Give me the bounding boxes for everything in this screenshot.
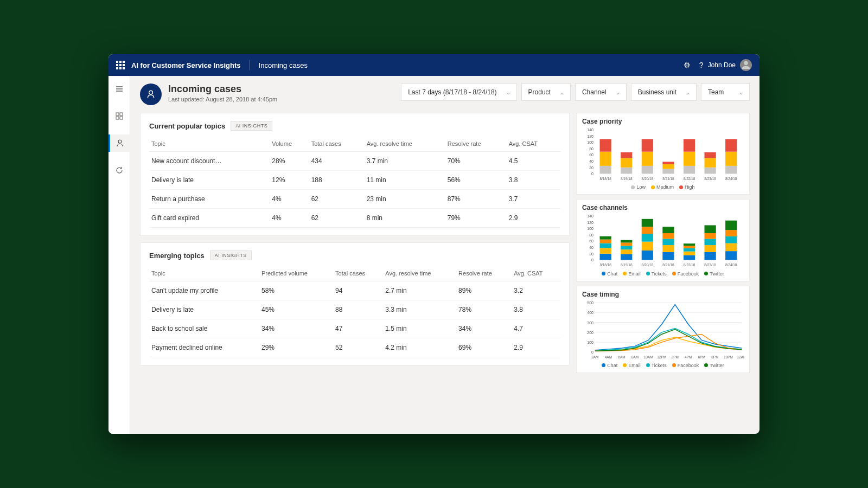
svg-rect-14: [600, 166, 611, 174]
avatar[interactable]: [740, 59, 752, 71]
table-cell: 94: [333, 281, 383, 300]
table-cell: Gift card expired: [149, 209, 270, 228]
table-cell: 188: [309, 171, 365, 190]
table-row[interactable]: Payment declined online29%524.2 min69%2.…: [149, 338, 560, 357]
svg-rect-0: [116, 113, 119, 115]
svg-rect-77: [684, 246, 695, 249]
table-cell: 69%: [456, 338, 512, 357]
chart-legend: LowMediumHigh: [582, 184, 744, 190]
filter-business-unit[interactable]: Business unit⌵: [631, 84, 697, 101]
svg-text:8/23/18: 8/23/18: [704, 177, 716, 181]
chart-title: Case priority: [582, 118, 744, 125]
header-icon: [140, 84, 162, 105]
table-cell: 4.2 min: [383, 338, 456, 357]
chart-panel: Case timing01002003004005002AM4AM6AM8AM1…: [576, 286, 750, 373]
svg-text:8/18/18: 8/18/18: [599, 177, 611, 181]
filter-channel[interactable]: Channel⌵: [575, 84, 627, 101]
svg-rect-22: [642, 166, 653, 174]
svg-text:8/19/18: 8/19/18: [621, 177, 633, 181]
svg-text:100: 100: [587, 140, 593, 144]
svg-rect-88: [725, 236, 737, 243]
svg-rect-70: [662, 239, 674, 246]
main-content: Incoming cases Last updated: August 28, …: [130, 76, 760, 434]
table-cell: 52: [333, 338, 383, 357]
svg-rect-15: [600, 152, 611, 166]
svg-rect-76: [684, 248, 695, 252]
waffle-icon[interactable]: [116, 61, 125, 69]
svg-rect-23: [642, 152, 653, 166]
emerging-table: TopicPredicted volumeTotal casesAvg. res…: [149, 266, 560, 357]
dashboard-icon[interactable]: [108, 107, 130, 125]
filter-bu-label: Business unit: [638, 88, 676, 96]
filter-bar: Last 7 days (8/17/18 - 8/24/18)⌵ Product…: [401, 84, 750, 101]
svg-rect-66: [642, 219, 653, 227]
table-row[interactable]: Delivery is late12%18811 min56%3.8: [149, 171, 560, 190]
column-header: Avg. CSAT: [512, 266, 560, 281]
legend-item: Tickets: [646, 363, 667, 368]
svg-text:8/21/18: 8/21/18: [662, 264, 674, 267]
filter-product[interactable]: Product⌵: [521, 84, 571, 101]
emerging-topics-panel: Emerging topics AI INSIGHTS TopicPredict…: [140, 242, 570, 365]
legend-item: Facebook: [672, 363, 699, 368]
svg-text:8/18/18: 8/18/18: [599, 264, 611, 267]
person-icon[interactable]: [108, 134, 130, 152]
svg-rect-58: [621, 246, 632, 250]
svg-text:20: 20: [589, 252, 593, 256]
svg-rect-63: [642, 242, 653, 251]
chevron-down-icon: ⌵: [560, 89, 564, 95]
table-row[interactable]: Return a purchase4%6223 min87%3.7: [149, 190, 560, 209]
refresh-icon[interactable]: [108, 162, 130, 179]
filter-team[interactable]: Team⌵: [701, 84, 750, 101]
sidebar: [108, 76, 130, 434]
column-header: Total cases: [309, 136, 365, 152]
table-cell: Payment declined online: [149, 338, 259, 357]
legend-item: Twitter: [704, 271, 724, 277]
table-row[interactable]: Delivery is late45%883.3 min78%3.8: [149, 300, 560, 319]
svg-rect-83: [705, 233, 716, 239]
svg-rect-71: [662, 233, 674, 239]
svg-text:6PM: 6PM: [698, 355, 705, 359]
table-cell: 45%: [259, 300, 333, 319]
svg-rect-40: [725, 139, 737, 151]
svg-rect-69: [662, 245, 674, 252]
table-row[interactable]: Back to school sale34%471.5 min34%4.7: [149, 319, 560, 338]
svg-rect-30: [684, 166, 695, 174]
svg-rect-26: [662, 169, 674, 174]
column-header: Total cases: [333, 266, 383, 281]
chevron-down-icon: ⌵: [739, 89, 743, 95]
svg-rect-3: [120, 117, 123, 119]
svg-rect-62: [642, 251, 653, 260]
column-header: Resolve rate: [456, 266, 512, 281]
column-header: Avg. resolve time: [383, 266, 456, 281]
svg-rect-80: [705, 252, 716, 260]
menu-icon[interactable]: [108, 80, 130, 98]
table-row[interactable]: Can't update my profile58%942.7 min89%3.…: [149, 281, 560, 300]
legend-item: High: [679, 184, 695, 190]
svg-rect-54: [600, 236, 611, 240]
svg-text:120: 120: [587, 134, 593, 138]
filter-date[interactable]: Last 7 days (8/17/18 - 8/24/18)⌵: [401, 84, 516, 101]
svg-rect-35: [705, 158, 716, 167]
table-cell: 34%: [259, 319, 333, 338]
table-cell: Back to school sale: [149, 319, 259, 338]
legend-item: Email: [623, 363, 641, 368]
svg-text:8/21/18: 8/21/18: [662, 177, 674, 181]
user-name[interactable]: John Doe: [708, 61, 736, 69]
chart-legend: ChatEmailTicketsFacebookTwitter: [582, 271, 744, 277]
svg-rect-87: [725, 243, 737, 252]
help-icon[interactable]: ?: [699, 61, 704, 69]
app-title: AI for Customer Service Insights: [131, 61, 241, 69]
legend-item: Twitter: [704, 363, 724, 368]
table-row[interactable]: Gift card expired4%628 min79%2.9: [149, 209, 560, 228]
legend-item: Tickets: [646, 271, 667, 277]
filter-channel-label: Channel: [582, 88, 607, 96]
gear-icon[interactable]: ⚙: [684, 61, 691, 69]
svg-text:8/20/18: 8/20/18: [642, 264, 654, 267]
column-header: Avg. CSAT: [507, 136, 560, 152]
column-header: Avg. resolve time: [365, 136, 445, 152]
svg-point-5: [149, 91, 153, 94]
svg-text:100: 100: [587, 227, 593, 231]
svg-rect-50: [600, 254, 611, 260]
table-row[interactable]: New account discount…28%4343.7 min70%4.5: [149, 152, 560, 171]
chevron-down-icon: ⌵: [507, 89, 510, 95]
